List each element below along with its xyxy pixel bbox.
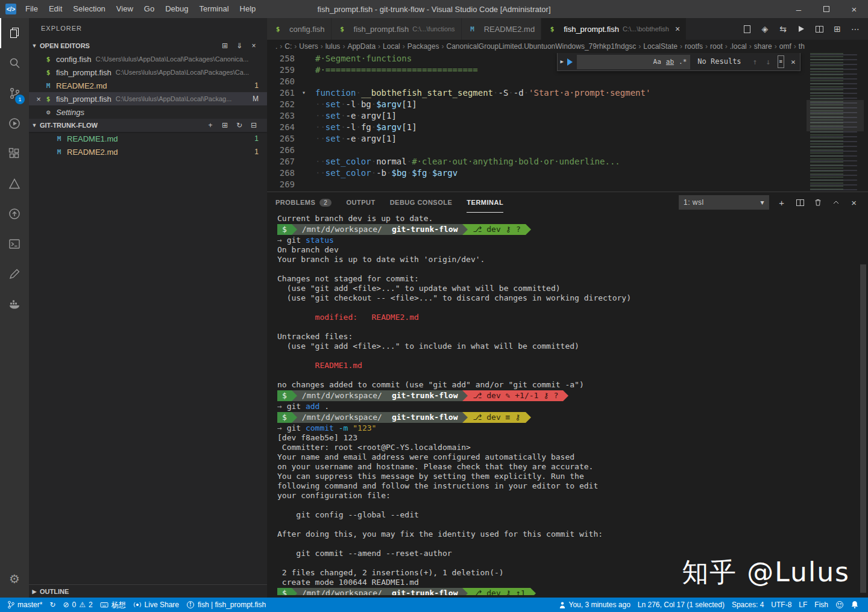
settings-gear-icon[interactable]: ⚙	[0, 564, 29, 594]
minimap[interactable]	[807, 53, 864, 192]
menu-edit[interactable]: Edit	[43, 0, 68, 18]
problems-status[interactable]: ⊘ 0 ⚠ 2	[59, 598, 96, 612]
search-icon[interactable]	[0, 48, 29, 78]
breadcrumb-item[interactable]: Users	[299, 42, 318, 51]
sync-circle-icon[interactable]	[0, 199, 29, 229]
file-readme1-md[interactable]: MREADME1.md1	[29, 132, 267, 145]
find-input[interactable]: Aa ab .*	[577, 55, 690, 69]
close-panel-icon[interactable]: ×	[849, 198, 860, 208]
open-editor-readme2-md[interactable]: MREADME2.md1	[29, 79, 267, 92]
split-editor-icon[interactable]	[815, 26, 823, 33]
open-editor-fish-prompt-fish[interactable]: $fish_prompt.fishC:\Users\lulus\AppData\…	[29, 66, 267, 79]
regex-icon[interactable]: .*	[679, 56, 687, 67]
open-editor-fish-prompt-fish[interactable]: ×$fish_prompt.fishC:\Users\lulus\AppData…	[29, 92, 267, 105]
tab-debug-console[interactable]: DEBUG CONSOLE	[390, 192, 453, 213]
extensions-icon[interactable]	[0, 139, 29, 169]
tab-problems[interactable]: PROBLEMS 2	[275, 192, 332, 213]
open-editor-settings[interactable]: ⚙Settings	[29, 105, 267, 119]
menu-file[interactable]: File	[20, 0, 43, 18]
whole-word-icon[interactable]: ab	[666, 56, 674, 67]
breadcrumb-item[interactable]: .	[275, 42, 277, 51]
source-control-icon[interactable]: 1	[0, 78, 29, 108]
breadcrumb-item[interactable]: CanonicalGroupLimited.UbuntuonWindows_79…	[446, 42, 636, 51]
azure-icon[interactable]	[0, 169, 29, 199]
live-share-status[interactable]: Live Share	[130, 598, 183, 612]
breadcrumb-item[interactable]: .local	[730, 42, 747, 51]
breadcrumb-item[interactable]: omf	[779, 42, 791, 51]
eol-status[interactable]: LF	[795, 601, 811, 609]
linter-status[interactable]: fish | fish_prompt.fish	[183, 598, 269, 612]
breadcrumb-item[interactable]: Local	[383, 42, 400, 51]
tab-terminal[interactable]: TERMINAL	[467, 192, 503, 213]
terminal-picker[interactable]: 1: wsl ▾	[679, 195, 769, 210]
find-previous-icon[interactable]: ↑	[749, 56, 762, 67]
toggle-replace-icon[interactable]: ▶	[558, 53, 566, 70]
open-changes-icon[interactable]: ⇆	[779, 24, 787, 34]
menu-go[interactable]: Go	[139, 0, 160, 18]
breadcrumb-item[interactable]: Packages	[407, 42, 439, 51]
collapse-all-icon[interactable]: ⊟	[249, 121, 259, 130]
close-icon[interactable]: ×	[840, 0, 868, 18]
ime-status[interactable]: 杨想	[96, 598, 130, 612]
terminal-icon[interactable]	[0, 229, 29, 259]
save-all-icon[interactable]: ⇓	[234, 42, 244, 50]
open-editors-header[interactable]: ▼ OPEN EDITORS ⊞ ⇓ ×	[29, 39, 267, 52]
folder-section-header[interactable]: ▼ GIT-TRUNK-FLOW + ⊞ ↻ ⊟	[29, 119, 267, 132]
new-folder-icon[interactable]: ⊞	[220, 121, 230, 130]
language-mode[interactable]: Fish	[811, 601, 832, 609]
maximize-icon[interactable]	[813, 0, 840, 18]
close-tab-icon[interactable]: ×	[675, 24, 680, 34]
more-actions-icon[interactable]: ⋯	[851, 24, 860, 34]
open-editor-config-fish[interactable]: $config.fishC:\Users\lulus\AppData\Local…	[29, 52, 267, 66]
breadcrumb-item[interactable]: LocalState	[643, 42, 678, 51]
terminal-scrollbar[interactable]	[860, 264, 866, 593]
encoding-status[interactable]: UTF-8	[767, 601, 795, 609]
breadcrumb-item[interactable]: AppData	[347, 42, 376, 51]
terminal-output[interactable]: Current branch dev is up to date.$/mnt/d…	[277, 214, 858, 595]
git-branch-status[interactable]: master*	[4, 598, 46, 612]
tab-fish-prompt-fish[interactable]: $fish_prompt.fishC:\...\bobthefish×	[541, 18, 687, 40]
match-case-icon[interactable]: Aa	[653, 56, 661, 67]
run-icon[interactable]	[797, 26, 805, 32]
file-readme2-md[interactable]: MREADME2.md1	[29, 145, 267, 158]
menu-help[interactable]: Help	[234, 0, 262, 18]
cursor-position[interactable]: Ln 276, Col 17 (1 selected)	[634, 601, 728, 609]
minimap-slider[interactable]	[807, 100, 864, 131]
tab-fish-prompt-fish[interactable]: $fish_prompt.fishC:\...\functions	[332, 18, 462, 40]
breadcrumb-item[interactable]: rootfs	[685, 42, 703, 51]
breadcrumb-item[interactable]: lulus	[326, 42, 341, 51]
find-in-selection-icon[interactable]: ≡	[778, 55, 784, 68]
sync-status[interactable]: ↻	[46, 598, 59, 612]
toggle-layout-icon[interactable]: ⊞	[220, 42, 230, 50]
tab-output[interactable]: OUTPUT	[346, 192, 375, 213]
kill-terminal-icon[interactable]	[813, 198, 823, 207]
debug-icon[interactable]	[0, 108, 29, 139]
close-all-editors-icon[interactable]: ×	[249, 42, 259, 50]
minimize-icon[interactable]: –	[785, 0, 813, 18]
explorer-icon[interactable]	[0, 18, 29, 48]
find-play-icon[interactable]	[567, 58, 573, 66]
docker-icon[interactable]	[0, 289, 29, 319]
menu-terminal[interactable]: Terminal	[193, 0, 234, 18]
editor-layout-icon[interactable]: ⊞	[833, 24, 841, 34]
breadcrumb-item[interactable]: root	[710, 42, 723, 51]
outline-section-header[interactable]: ▶ OUTLINE	[29, 584, 267, 598]
notifications[interactable]	[848, 601, 862, 609]
close-editor-icon[interactable]: ×	[34, 95, 43, 104]
breadcrumb-item[interactable]: th	[799, 42, 805, 51]
new-file-icon[interactable]: +	[206, 121, 215, 130]
maximize-panel-icon[interactable]	[831, 198, 841, 207]
new-file-icon[interactable]	[743, 25, 751, 33]
tab-config-fish[interactable]: $config.fish	[267, 18, 332, 40]
breadcrumb-item[interactable]: share	[754, 42, 772, 51]
menu-view[interactable]: View	[111, 0, 139, 18]
code-editor[interactable]: 258#·Segment·functions259#·=============…	[267, 53, 868, 192]
edit-pencil-icon[interactable]	[0, 259, 29, 289]
indent-status[interactable]: Spaces: 4	[728, 601, 767, 609]
compare-icon[interactable]: ◈	[761, 24, 769, 34]
split-terminal-icon[interactable]	[794, 199, 805, 206]
tab-readme2-md[interactable]: MREADME2.md	[462, 18, 542, 40]
refresh-icon[interactable]: ↻	[234, 121, 244, 130]
feedback-smiley[interactable]	[832, 601, 848, 609]
menu-debug[interactable]: Debug	[160, 0, 193, 18]
